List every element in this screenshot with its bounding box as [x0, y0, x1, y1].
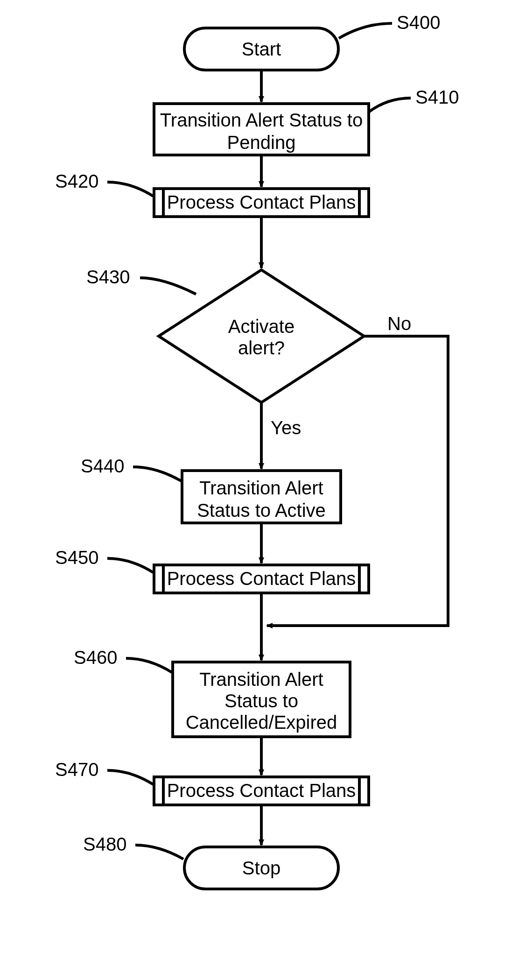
s410-node: Transition Alert Status to Pending: [154, 104, 369, 155]
stop-label: Stop: [242, 858, 281, 878]
svg-text:Process Contact Plans: Process Contact Plans: [167, 568, 356, 589]
start-node: Start: [184, 28, 338, 70]
s400-ref: S400: [339, 12, 440, 38]
svg-text:Pending: Pending: [227, 132, 296, 153]
svg-text:S450: S450: [55, 547, 98, 568]
svg-text:No: No: [387, 313, 411, 334]
svg-text:Transition Alert: Transition Alert: [199, 478, 323, 498]
svg-text:S400: S400: [397, 12, 440, 33]
s440-node: Transition Alert Status to Active: [182, 471, 341, 523]
svg-text:Transition Alert: Transition Alert: [199, 669, 323, 690]
s470-node: Process Contact Plans: [154, 777, 369, 805]
svg-text:Process Contact Plans: Process Contact Plans: [167, 192, 356, 212]
svg-text:S470: S470: [55, 759, 98, 780]
svg-text:S440: S440: [81, 456, 124, 476]
s460-ref: S460: [74, 647, 172, 672]
svg-text:Process Contact Plans: Process Contact Plans: [167, 780, 356, 801]
svg-text:S480: S480: [83, 834, 126, 854]
svg-text:Yes: Yes: [271, 417, 301, 438]
s480-ref: S480: [83, 834, 183, 859]
stop-node: Stop: [184, 847, 338, 889]
s420-ref: S420: [55, 171, 153, 196]
s420-node: Process Contact Plans: [154, 189, 369, 217]
s460-node: Transition Alert Status to Cancelled/Exp…: [173, 662, 350, 737]
flowchart-diagram: Start S400 Transition Alert Status to Pe…: [0, 0, 526, 980]
s410-ref: S410: [369, 87, 459, 112]
s450-ref: S450: [55, 547, 153, 572]
svg-text:Activate: Activate: [228, 316, 295, 337]
s470-ref: S470: [55, 759, 153, 784]
svg-text:Cancelled/Expired: Cancelled/Expired: [186, 712, 337, 733]
s450-node: Process Contact Plans: [154, 565, 369, 593]
svg-text:alert?: alert?: [238, 338, 285, 358]
svg-text:S460: S460: [74, 647, 117, 668]
svg-text:S420: S420: [55, 171, 98, 191]
s440-ref: S440: [81, 456, 181, 481]
svg-text:Status to: Status to: [224, 691, 298, 711]
start-label: Start: [242, 39, 281, 59]
s430-ref: S430: [86, 267, 196, 294]
edge-yes: Yes: [261, 402, 301, 469]
svg-text:S410: S410: [415, 87, 459, 107]
svg-text:Status to Active: Status to Active: [197, 500, 326, 521]
svg-text:Transition Alert Status to: Transition Alert Status to: [160, 110, 363, 130]
svg-text:S430: S430: [86, 267, 130, 287]
